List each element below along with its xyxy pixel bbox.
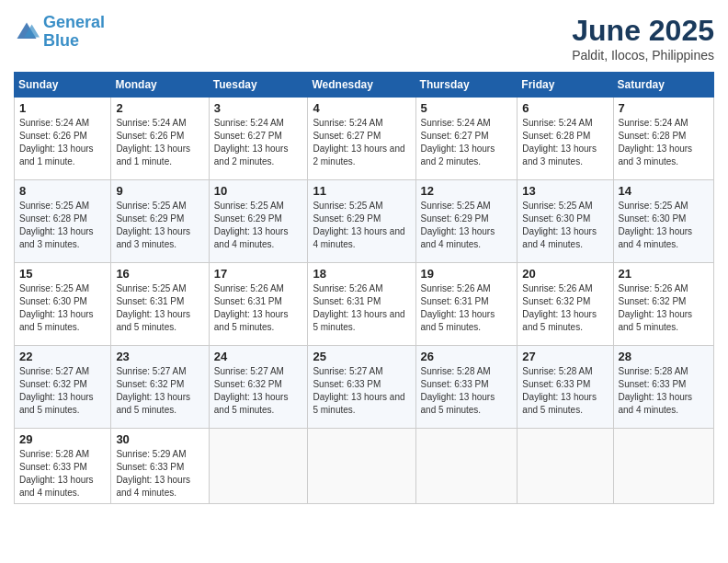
day-info: Sunrise: 5:29 AMSunset: 6:33 PMDaylight:… — [116, 448, 203, 500]
day-number: 29 — [19, 432, 106, 446]
day-info: Sunrise: 5:26 AMSunset: 6:32 PMDaylight:… — [522, 282, 608, 334]
calendar-cell: 19Sunrise: 5:26 AMSunset: 6:31 PMDayligh… — [415, 263, 518, 346]
header-wednesday: Wednesday — [308, 73, 415, 98]
logo-text: General Blue — [43, 14, 105, 51]
day-info: Sunrise: 5:26 AMSunset: 6:31 PMDaylight:… — [421, 282, 513, 334]
day-info: Sunrise: 5:25 AMSunset: 6:29 PMDaylight:… — [214, 200, 303, 251]
title-area: June 2025 Paldit, Ilocos, Philippines — [572, 14, 714, 63]
header-monday: Monday — [111, 73, 209, 98]
calendar-cell: 20Sunrise: 5:26 AMSunset: 6:32 PMDayligh… — [518, 263, 613, 346]
week-row-4: 22Sunrise: 5:27 AMSunset: 6:32 PMDayligh… — [15, 346, 714, 429]
day-info: Sunrise: 5:24 AMSunset: 6:28 PMDaylight:… — [619, 117, 710, 168]
day-info: Sunrise: 5:28 AMSunset: 6:33 PMDaylight:… — [619, 365, 710, 417]
calendar-cell — [209, 429, 308, 504]
calendar-cell — [308, 429, 415, 504]
calendar-cell — [415, 429, 518, 504]
calendar-cell: 8Sunrise: 5:25 AMSunset: 6:28 PMDaylight… — [15, 180, 111, 263]
calendar-cell: 22Sunrise: 5:27 AMSunset: 6:32 PMDayligh… — [15, 346, 111, 429]
calendar-cell: 16Sunrise: 5:25 AMSunset: 6:31 PMDayligh… — [111, 263, 209, 346]
day-info: Sunrise: 5:24 AMSunset: 6:27 PMDaylight:… — [214, 117, 303, 168]
day-info: Sunrise: 5:25 AMSunset: 6:29 PMDaylight:… — [313, 200, 410, 251]
calendar-cell: 14Sunrise: 5:25 AMSunset: 6:30 PMDayligh… — [613, 180, 714, 263]
calendar-cell: 26Sunrise: 5:28 AMSunset: 6:33 PMDayligh… — [415, 346, 518, 429]
week-row-2: 8Sunrise: 5:25 AMSunset: 6:28 PMDaylight… — [15, 180, 714, 263]
day-info: Sunrise: 5:28 AMSunset: 6:33 PMDaylight:… — [19, 448, 106, 500]
week-row-5: 29Sunrise: 5:28 AMSunset: 6:33 PMDayligh… — [15, 429, 714, 504]
calendar-cell: 11Sunrise: 5:25 AMSunset: 6:29 PMDayligh… — [308, 180, 415, 263]
day-info: Sunrise: 5:27 AMSunset: 6:33 PMDaylight:… — [313, 365, 410, 417]
day-number: 25 — [313, 350, 410, 363]
calendar-cell: 5Sunrise: 5:24 AMSunset: 6:27 PMDaylight… — [415, 98, 518, 180]
day-info: Sunrise: 5:26 AMSunset: 6:31 PMDaylight:… — [214, 282, 303, 334]
day-info: Sunrise: 5:27 AMSunset: 6:32 PMDaylight:… — [116, 365, 203, 417]
header-sunday: Sunday — [15, 73, 111, 98]
day-info: Sunrise: 5:24 AMSunset: 6:27 PMDaylight:… — [313, 117, 410, 168]
day-info: Sunrise: 5:28 AMSunset: 6:33 PMDaylight:… — [522, 365, 608, 417]
day-number: 8 — [19, 184, 106, 198]
calendar-cell: 18Sunrise: 5:26 AMSunset: 6:31 PMDayligh… — [308, 263, 415, 346]
day-number: 14 — [619, 184, 710, 198]
calendar-cell: 21Sunrise: 5:26 AMSunset: 6:32 PMDayligh… — [613, 263, 714, 346]
day-number: 10 — [214, 184, 303, 198]
day-number: 21 — [619, 267, 710, 281]
day-info: Sunrise: 5:24 AMSunset: 6:26 PMDaylight:… — [19, 117, 106, 168]
day-number: 22 — [19, 350, 106, 363]
calendar-cell: 13Sunrise: 5:25 AMSunset: 6:30 PMDayligh… — [518, 180, 613, 263]
week-row-3: 15Sunrise: 5:25 AMSunset: 6:30 PMDayligh… — [15, 263, 714, 346]
calendar-cell — [613, 429, 714, 504]
calendar-cell: 23Sunrise: 5:27 AMSunset: 6:32 PMDayligh… — [111, 346, 209, 429]
day-info: Sunrise: 5:26 AMSunset: 6:32 PMDaylight:… — [619, 282, 710, 334]
calendar-cell: 25Sunrise: 5:27 AMSunset: 6:33 PMDayligh… — [308, 346, 415, 429]
day-number: 16 — [116, 267, 203, 281]
logo-icon — [14, 19, 40, 45]
logo: General Blue — [14, 14, 105, 51]
day-number: 5 — [421, 101, 513, 115]
day-info: Sunrise: 5:26 AMSunset: 6:31 PMDaylight:… — [313, 282, 410, 334]
location-subtitle: Paldit, Ilocos, Philippines — [572, 48, 714, 63]
day-info: Sunrise: 5:25 AMSunset: 6:30 PMDaylight:… — [19, 282, 106, 334]
day-info: Sunrise: 5:28 AMSunset: 6:33 PMDaylight:… — [421, 365, 513, 417]
day-number: 26 — [421, 350, 513, 363]
day-number: 24 — [214, 350, 303, 363]
calendar-cell: 15Sunrise: 5:25 AMSunset: 6:30 PMDayligh… — [15, 263, 111, 346]
page-header: General Blue June 2025 Paldit, Ilocos, P… — [14, 14, 714, 63]
day-number: 11 — [313, 184, 410, 198]
day-info: Sunrise: 5:24 AMSunset: 6:26 PMDaylight:… — [116, 117, 203, 168]
week-row-1: 1Sunrise: 5:24 AMSunset: 6:26 PMDaylight… — [15, 98, 714, 180]
calendar-cell: 30Sunrise: 5:29 AMSunset: 6:33 PMDayligh… — [111, 429, 209, 504]
day-number: 18 — [313, 267, 410, 281]
calendar-cell: 29Sunrise: 5:28 AMSunset: 6:33 PMDayligh… — [15, 429, 111, 504]
day-number: 1 — [19, 101, 106, 115]
calendar-cell: 6Sunrise: 5:24 AMSunset: 6:28 PMDaylight… — [518, 98, 613, 180]
day-number: 3 — [214, 101, 303, 115]
day-info: Sunrise: 5:24 AMSunset: 6:28 PMDaylight:… — [522, 117, 608, 168]
calendar-cell: 24Sunrise: 5:27 AMSunset: 6:32 PMDayligh… — [209, 346, 308, 429]
day-info: Sunrise: 5:25 AMSunset: 6:28 PMDaylight:… — [19, 200, 106, 251]
calendar-table: SundayMondayTuesdayWednesdayThursdayFrid… — [14, 72, 714, 504]
calendar-cell: 9Sunrise: 5:25 AMSunset: 6:29 PMDaylight… — [111, 180, 209, 263]
day-number: 30 — [116, 432, 203, 446]
calendar-cell: 2Sunrise: 5:24 AMSunset: 6:26 PMDaylight… — [111, 98, 209, 180]
calendar-cell — [518, 429, 613, 504]
calendar-cell: 17Sunrise: 5:26 AMSunset: 6:31 PMDayligh… — [209, 263, 308, 346]
day-number: 20 — [522, 267, 608, 281]
day-number: 9 — [116, 184, 203, 198]
day-number: 23 — [116, 350, 203, 363]
calendar-cell: 3Sunrise: 5:24 AMSunset: 6:27 PMDaylight… — [209, 98, 308, 180]
day-info: Sunrise: 5:24 AMSunset: 6:27 PMDaylight:… — [421, 117, 513, 168]
day-number: 2 — [116, 101, 203, 115]
day-number: 4 — [313, 101, 410, 115]
calendar-cell: 4Sunrise: 5:24 AMSunset: 6:27 PMDaylight… — [308, 98, 415, 180]
day-info: Sunrise: 5:27 AMSunset: 6:32 PMDaylight:… — [19, 365, 106, 417]
day-number: 7 — [619, 101, 710, 115]
calendar-header-row: SundayMondayTuesdayWednesdayThursdayFrid… — [15, 73, 714, 98]
day-number: 27 — [522, 350, 608, 363]
calendar-cell: 27Sunrise: 5:28 AMSunset: 6:33 PMDayligh… — [518, 346, 613, 429]
day-info: Sunrise: 5:25 AMSunset: 6:31 PMDaylight:… — [116, 282, 203, 334]
day-number: 28 — [619, 350, 710, 363]
calendar-cell: 7Sunrise: 5:24 AMSunset: 6:28 PMDaylight… — [613, 98, 714, 180]
calendar-cell: 12Sunrise: 5:25 AMSunset: 6:29 PMDayligh… — [415, 180, 518, 263]
day-number: 19 — [421, 267, 513, 281]
day-number: 13 — [522, 184, 608, 198]
header-tuesday: Tuesday — [209, 73, 308, 98]
